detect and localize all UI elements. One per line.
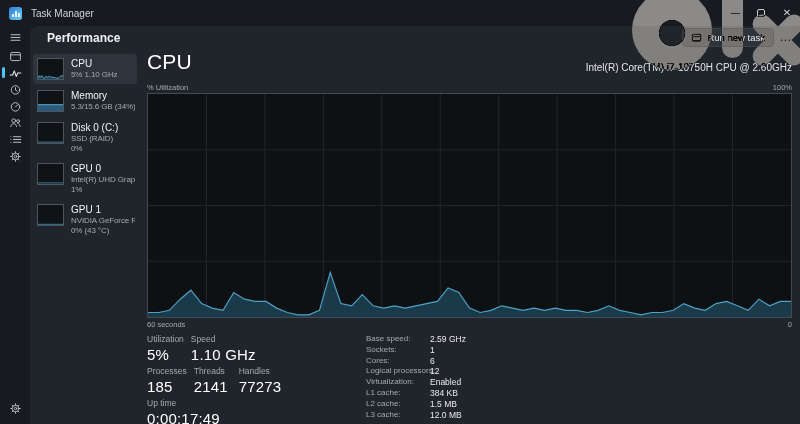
detail-l3-cache-: L3 cache:12.0 MB bbox=[366, 410, 466, 421]
startup-apps-icon bbox=[9, 100, 22, 113]
detail-value: 12 bbox=[430, 366, 439, 377]
stat-utilization: Utilization5% bbox=[147, 334, 184, 363]
task-manager-app-icon bbox=[9, 7, 22, 20]
stat-value: 185 bbox=[147, 378, 187, 395]
perf-item-subtext: Intel(R) UHD Graphics bbox=[71, 175, 135, 185]
detail-value: 12.0 MB bbox=[430, 410, 462, 421]
stat-label: Utilization bbox=[147, 334, 184, 344]
detail-label: Logical processors: bbox=[366, 366, 430, 377]
perf-item-gpu-1[interactable]: GPU 1NVIDIA GeForce RTX...0% (43 °C) bbox=[33, 200, 137, 239]
titlebar: Task Manager ✕ bbox=[0, 0, 800, 26]
detail-label: L2 cache: bbox=[366, 399, 430, 410]
perf-item-title: Memory bbox=[71, 90, 135, 102]
cpu-mini-graph bbox=[37, 58, 64, 80]
stat-label: Up time bbox=[147, 398, 220, 408]
stat-label: Processes bbox=[147, 366, 187, 376]
nav-services[interactable] bbox=[0, 148, 30, 165]
nav-performance[interactable] bbox=[0, 64, 30, 81]
detail-l1-cache-: L1 cache:384 KB bbox=[366, 388, 466, 399]
nav-users[interactable] bbox=[0, 114, 30, 131]
nav-rail bbox=[0, 26, 30, 424]
app-history-icon bbox=[9, 83, 22, 96]
detail-virtualization-: Virtualization:Enabled bbox=[366, 377, 466, 388]
close-icon: ✕ bbox=[783, 8, 791, 18]
perf-item-subtext: SSD (RAID) bbox=[71, 134, 118, 144]
window-controls: ✕ bbox=[722, 0, 800, 26]
detail-value: 6 bbox=[430, 356, 435, 367]
perf-item-subtext: 0% (43 °C) bbox=[71, 226, 135, 236]
stat-threads: Threads2141 bbox=[194, 366, 232, 395]
minimize-button[interactable] bbox=[722, 0, 748, 26]
disk-0-mini-graph bbox=[37, 122, 64, 144]
selected-indicator bbox=[2, 67, 5, 78]
cpu-pane: CPU Intel(R) Core(TM) i7-10750H CPU @ 2.… bbox=[144, 26, 800, 424]
stat-value: 77273 bbox=[239, 378, 282, 395]
stat-label: Threads bbox=[194, 366, 232, 376]
gpu-1-mini-graph bbox=[37, 204, 64, 226]
stat-value: 0:00:17:49 bbox=[147, 410, 220, 424]
settings-button[interactable] bbox=[0, 400, 30, 417]
perf-item-subtext: 1% bbox=[71, 185, 135, 195]
gpu-0-mini-graph bbox=[37, 163, 64, 185]
page-title: Performance bbox=[47, 31, 120, 45]
cpu-title: CPU bbox=[147, 50, 192, 74]
window-title: Task Manager bbox=[31, 8, 94, 19]
users-icon bbox=[9, 116, 22, 129]
detail-value: Enabled bbox=[430, 377, 461, 388]
y-axis-label: % Utilization bbox=[147, 83, 188, 92]
stat-label: Speed bbox=[191, 334, 256, 344]
detail-label: Cores: bbox=[366, 356, 430, 367]
detail-value: 384 KB bbox=[430, 388, 458, 399]
x-left-label: 60 seconds bbox=[147, 320, 185, 329]
stats-details: Base speed:2.59 GHzSockets:1Cores:6Logic… bbox=[366, 334, 466, 420]
stat-processes: Processes185 bbox=[147, 366, 187, 395]
menu-button[interactable] bbox=[0, 29, 30, 46]
perf-item-title: Disk 0 (C:) bbox=[71, 122, 118, 134]
stat-value: 1.10 GHz bbox=[191, 346, 256, 363]
perf-item-subtext: 5.3/15.6 GB (34%) bbox=[71, 102, 135, 112]
performance-icon bbox=[9, 66, 22, 79]
perf-item-title: GPU 1 bbox=[71, 204, 135, 216]
menu-icon bbox=[9, 31, 22, 44]
detail-cores-: Cores:6 bbox=[366, 356, 466, 367]
y-max-label: 100% bbox=[773, 83, 792, 92]
detail-label: Virtualization: bbox=[366, 377, 430, 388]
x-right-label: 0 bbox=[788, 320, 792, 329]
cpu-subtitle: Intel(R) Core(TM) i7-10750H CPU @ 2.60GH… bbox=[586, 62, 792, 73]
content-panel: Performance Run new task ... CPU5% 1.10 … bbox=[30, 26, 800, 424]
perf-item-gpu-0[interactable]: GPU 0Intel(R) UHD Graphics1% bbox=[33, 159, 137, 198]
perf-item-title: CPU bbox=[71, 58, 117, 70]
detail-label: L1 cache: bbox=[366, 388, 430, 399]
nav-processes[interactable] bbox=[0, 48, 30, 65]
perf-item-disk-0[interactable]: Disk 0 (C:)SSD (RAID)0% bbox=[33, 118, 137, 157]
detail-value: 1 bbox=[430, 345, 435, 356]
nav-startup-apps[interactable] bbox=[0, 98, 30, 115]
detail-sockets-: Sockets:1 bbox=[366, 345, 466, 356]
perf-item-cpu[interactable]: CPU5% 1.10 GHz bbox=[33, 54, 137, 84]
maximize-button[interactable] bbox=[748, 0, 774, 26]
settings-icon bbox=[9, 402, 22, 415]
detail-value: 2.59 GHz bbox=[430, 334, 466, 345]
close-button[interactable]: ✕ bbox=[774, 0, 800, 26]
perf-list: CPU5% 1.10 GHzMemory5.3/15.6 GB (34%)Dis… bbox=[33, 54, 137, 241]
minimize-icon bbox=[731, 13, 740, 14]
processes-icon bbox=[9, 50, 22, 63]
perf-item-subtext: NVIDIA GeForce RTX... bbox=[71, 216, 135, 226]
perf-item-memory[interactable]: Memory5.3/15.6 GB (34%) bbox=[33, 86, 137, 116]
memory-mini-graph bbox=[37, 90, 64, 112]
detail-value: 1.5 MB bbox=[430, 399, 457, 410]
perf-item-title: GPU 0 bbox=[71, 163, 135, 175]
details-icon bbox=[9, 133, 22, 146]
nav-details[interactable] bbox=[0, 131, 30, 148]
nav-app-history[interactable] bbox=[0, 81, 30, 98]
stat-value: 2141 bbox=[194, 378, 232, 395]
detail-label: L3 cache: bbox=[366, 410, 430, 421]
maximize-icon bbox=[757, 9, 765, 17]
task-manager-window: Task Manager ✕ bbox=[0, 0, 800, 424]
stats-big: Utilization5%Speed1.10 GHzProcesses185Th… bbox=[147, 334, 288, 424]
cpu-utilization-chart bbox=[147, 93, 792, 318]
stat-up-time: Up time0:00:17:49 bbox=[147, 398, 220, 424]
stat-value: 5% bbox=[147, 346, 184, 363]
stat-label: Handles bbox=[239, 366, 282, 376]
stat-handles: Handles77273 bbox=[239, 366, 282, 395]
